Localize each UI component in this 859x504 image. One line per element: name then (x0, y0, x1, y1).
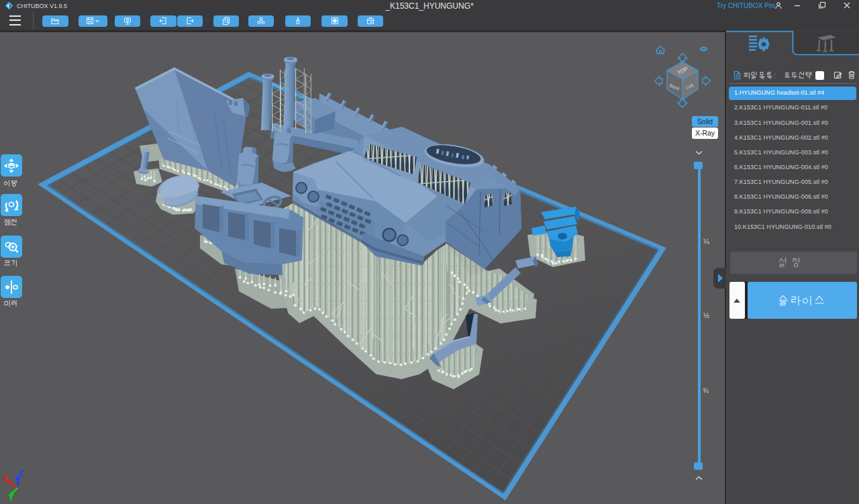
svg-text:Y: Y (8, 493, 14, 503)
svg-text:X: X (3, 473, 9, 483)
svg-text:Z: Z (18, 468, 23, 478)
